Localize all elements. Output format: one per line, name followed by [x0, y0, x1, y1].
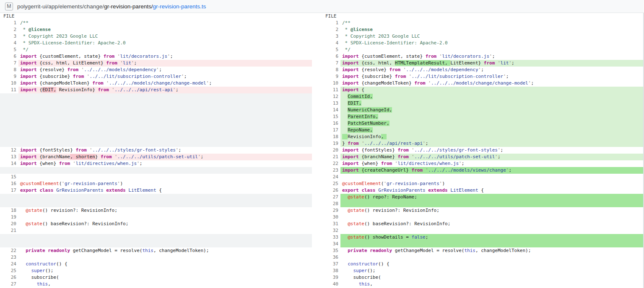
line-number[interactable]: 15 — [0, 174, 18, 180]
line-number[interactable]: 40 — [322, 281, 340, 288]
line-number[interactable]: 4 — [0, 40, 18, 46]
diff-row — [0, 241, 312, 247]
line-number[interactable]: 6 — [0, 53, 18, 60]
line-number[interactable]: 5 — [0, 46, 18, 53]
diff-row: 6import {customElement, state} from 'lit… — [322, 53, 643, 60]
diff-row — [0, 234, 312, 241]
line-number[interactable]: 11 — [322, 87, 340, 93]
line-number[interactable]: 1 — [0, 20, 18, 26]
line-number[interactable]: 19 — [0, 214, 18, 221]
line-number[interactable]: 13 — [322, 100, 340, 107]
code-line: @state() revision?: RevisionInfo; — [340, 207, 643, 214]
code-line — [18, 227, 312, 234]
line-number[interactable]: 17 — [0, 187, 18, 194]
line-number[interactable]: 2 — [322, 26, 340, 33]
file-level-label-new[interactable]: FILE — [322, 13, 644, 20]
line-number[interactable]: 15 — [322, 113, 340, 120]
line-number[interactable]: 21 — [0, 227, 18, 234]
diff-row: 24 — [322, 174, 643, 180]
line-number[interactable]: 38 — [322, 267, 340, 274]
diff-row: 22 private readonly getChangeModel = res… — [0, 247, 312, 254]
line-number[interactable]: 35 — [322, 247, 340, 254]
line-number[interactable]: 20 — [322, 147, 340, 154]
line-number[interactable]: 33 — [322, 234, 340, 241]
line-number[interactable]: 16 — [322, 120, 340, 127]
line-number[interactable]: 31 — [322, 221, 340, 227]
line-number[interactable]: 3 — [322, 33, 340, 40]
line-number[interactable]: 5 — [322, 46, 340, 53]
line-number[interactable]: 2 — [0, 26, 18, 33]
line-number[interactable]: 18 — [322, 134, 340, 140]
line-number[interactable]: 28 — [322, 201, 340, 207]
line-number[interactable]: 6 — [322, 53, 340, 60]
line-number[interactable]: 11 — [0, 87, 18, 93]
line-number[interactable]: 10 — [0, 80, 18, 87]
diff-row: 4 * SPDX-License-Identifier: Apache-2.0 — [322, 40, 643, 46]
code-line: * Copyright 2023 Google LLC — [340, 33, 643, 40]
line-number[interactable]: 21 — [322, 154, 340, 160]
line-number[interactable]: 32 — [322, 227, 340, 234]
line-number[interactable]: 4 — [322, 40, 340, 46]
line-number[interactable]: 27 — [322, 194, 340, 201]
code-line: import {createChangeUrl} from '../../../… — [340, 167, 643, 174]
line-number[interactable]: 34 — [322, 241, 340, 247]
line-number[interactable]: 7 — [322, 60, 340, 67]
line-number[interactable]: 3 — [0, 33, 18, 40]
file-link[interactable]: gr-revision-parents.ts — [153, 3, 206, 10]
diff-row — [0, 100, 312, 107]
line-number[interactable]: 20 — [0, 221, 18, 227]
code-line: export class GrRevisionParents extends L… — [340, 187, 643, 194]
line-number[interactable]: 17 — [322, 127, 340, 134]
line-number[interactable]: 22 — [0, 247, 18, 254]
line-number[interactable]: 9 — [0, 73, 18, 80]
code-line: * @license — [18, 26, 312, 33]
line-number[interactable]: 23 — [322, 167, 340, 174]
line-number[interactable]: 23 — [0, 254, 18, 261]
line-number[interactable]: 7 — [0, 60, 18, 67]
line-number[interactable]: 12 — [322, 93, 340, 100]
line-number[interactable]: 36 — [322, 254, 340, 261]
line-number[interactable]: 8 — [0, 67, 18, 73]
code-line: private readonly getChangeModel = resolv… — [18, 247, 312, 254]
line-number[interactable]: 27 — [0, 281, 18, 288]
line-number[interactable]: 1 — [322, 20, 340, 26]
line-number[interactable]: 13 — [0, 154, 18, 160]
diff-row: 16 PatchSetNumber, — [322, 120, 643, 127]
line-number[interactable]: 14 — [0, 160, 18, 167]
diff-row: 3 * Copyright 2023 Google LLC — [322, 33, 643, 40]
code-line: constructor() { — [340, 261, 643, 267]
line-number[interactable]: 16 — [0, 180, 18, 187]
line-number[interactable]: 9 — [322, 73, 340, 80]
line-number[interactable]: 26 — [322, 187, 340, 194]
code-line: import {fontStyles} from '../../../style… — [340, 147, 643, 154]
line-number[interactable]: 25 — [322, 180, 340, 187]
code-line: } from '../../../api/rest-api'; — [340, 140, 643, 147]
diff-row: 27 @state() repo?: RepoName; — [322, 194, 643, 201]
line-number[interactable]: 24 — [322, 174, 340, 180]
diff-row: 8import {resolve} from '../../../models/… — [322, 67, 643, 73]
diff-column-old: FILE 1/**2 * @license3 * Copyright 2023 … — [0, 13, 322, 288]
diff-row: 7import {css, html, LitElement} from 'li… — [0, 60, 312, 67]
line-number[interactable]: 10 — [322, 80, 340, 87]
code-line — [340, 254, 643, 261]
diff-row — [0, 194, 312, 201]
code-line: super(); — [340, 267, 643, 274]
file-level-label-old[interactable]: FILE — [0, 13, 322, 20]
line-number[interactable]: 14 — [322, 107, 340, 113]
code-line: EDIT, — [340, 100, 643, 107]
code-line: import {css, html, LitElement} from 'lit… — [18, 60, 312, 67]
line-number[interactable]: 22 — [322, 160, 340, 167]
diff-row: 9import {subscribe} from '../../lit/subs… — [0, 73, 312, 80]
line-number[interactable]: 12 — [0, 147, 18, 154]
line-number[interactable]: 30 — [322, 214, 340, 221]
line-number[interactable]: 39 — [322, 274, 340, 281]
line-number[interactable]: 37 — [322, 261, 340, 267]
line-number[interactable]: 24 — [0, 261, 18, 267]
line-number[interactable]: 19 — [322, 140, 340, 147]
line-number[interactable]: 8 — [322, 67, 340, 73]
line-number[interactable]: 18 — [0, 207, 18, 214]
line-number[interactable]: 29 — [322, 207, 340, 214]
line-number[interactable]: 25 — [0, 267, 18, 274]
code-line: import {resolve} from '../../../models/d… — [18, 67, 312, 73]
line-number[interactable]: 26 — [0, 274, 18, 281]
